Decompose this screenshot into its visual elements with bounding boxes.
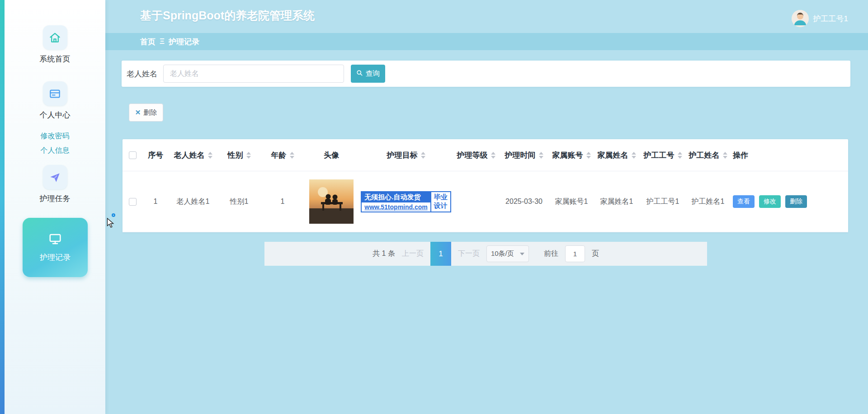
- prev-page-button[interactable]: 上一页: [402, 249, 424, 259]
- sort-caret-icon[interactable]: [246, 152, 251, 159]
- family-name: 家属姓名1: [600, 197, 633, 207]
- sidebar-item-label: 个人中心: [40, 110, 71, 120]
- worker-name: 护工姓名1: [692, 197, 725, 207]
- worker-no: 护工工号1: [646, 197, 679, 207]
- sidebar-accent-strip: [0, 0, 5, 414]
- jump-page-input[interactable]: [565, 245, 585, 262]
- user-name: 护工工号1: [813, 14, 848, 24]
- user-box[interactable]: 护工工号1: [792, 10, 848, 27]
- breadcrumb: 首页 Ξ 护理记录: [105, 33, 868, 50]
- search-input[interactable]: [163, 65, 344, 83]
- sort-caret-icon[interactable]: [421, 152, 425, 159]
- column-header: 护工工号: [644, 150, 675, 160]
- column-header: 护理目标: [387, 150, 418, 160]
- sidebar-item-nursing-task[interactable]: 护理任务: [5, 165, 105, 204]
- sidebar-item-label: 系统首页: [40, 54, 71, 64]
- sidebar-item-nursing-record-active[interactable]: 护理记录: [23, 218, 88, 277]
- elder-name: 老人姓名1: [177, 197, 210, 207]
- page-title: 基于SpringBoot的养老院管理系统: [140, 8, 315, 23]
- breadcrumb-home[interactable]: 首页: [140, 37, 156, 47]
- edit-button[interactable]: 修改: [759, 195, 781, 208]
- sort-caret-icon[interactable]: [723, 152, 727, 159]
- close-icon: ✕: [135, 108, 141, 117]
- column-header: 老人姓名: [174, 150, 205, 160]
- sidebar-link-personal-info[interactable]: 个人信息: [5, 146, 105, 155]
- family-account: 家属账号1: [555, 197, 588, 207]
- page-number-active[interactable]: 1: [430, 242, 451, 266]
- search-bar: 老人姓名 查询: [122, 61, 850, 87]
- query-button-label: 查询: [366, 69, 380, 79]
- chevron-down-icon: [520, 253, 524, 255]
- column-header: 操作: [733, 150, 748, 160]
- task-icon: [43, 165, 67, 189]
- home-icon: [43, 25, 67, 50]
- watermark-url: www.51topmind.com: [362, 202, 430, 212]
- delete-button[interactable]: ✕ 删除: [129, 104, 163, 122]
- page-size-select[interactable]: 10条/页: [486, 245, 529, 262]
- monitor-icon: [48, 232, 62, 248]
- sort-caret-icon[interactable]: [632, 152, 636, 159]
- sort-caret-icon[interactable]: [491, 152, 495, 159]
- sort-caret-icon[interactable]: [586, 152, 591, 159]
- row-delete-button[interactable]: 删除: [785, 195, 807, 208]
- sidebar: 系统首页 个人中心 修改密码 个人信息 护理任务: [5, 0, 105, 414]
- sidebar-link-change-password[interactable]: 修改密码: [5, 132, 105, 141]
- pagination-bar: 共 1 条 上一页 1 下一页 10条/页 前往 页: [264, 242, 707, 266]
- row-checkbox[interactable]: [129, 198, 137, 206]
- sort-caret-icon[interactable]: [539, 152, 543, 159]
- sort-caret-icon[interactable]: [208, 152, 212, 159]
- elder-age: 1: [281, 198, 285, 206]
- mouse-cursor: [106, 212, 124, 231]
- breadcrumb-separator-icon: Ξ: [160, 37, 165, 46]
- watermark-badge: 毕业 设计: [430, 192, 450, 212]
- sidebar-item-label: 护理记录: [40, 252, 71, 263]
- sidebar-item-system-home[interactable]: 系统首页: [5, 25, 105, 64]
- search-label: 老人姓名: [127, 69, 157, 79]
- sidebar-item-label: 护理任务: [40, 193, 71, 204]
- sidebar-item-personal-center[interactable]: 个人中心: [5, 81, 105, 120]
- row-index: 1: [154, 198, 158, 206]
- column-header: 年龄: [271, 150, 287, 160]
- view-button[interactable]: 查看: [733, 195, 755, 208]
- jump-prefix: 前往: [544, 249, 558, 259]
- search-icon: [356, 70, 363, 78]
- watermark-line1: 无须担心.自动发货: [362, 192, 430, 202]
- user-avatar: [792, 10, 809, 27]
- select-all-checkbox[interactable]: [129, 151, 137, 159]
- column-header: 护理时间: [505, 150, 536, 160]
- column-header: 护工姓名: [689, 150, 720, 160]
- column-header: 性别: [228, 150, 243, 160]
- sort-caret-icon[interactable]: [678, 152, 682, 159]
- records-table: 序号 老人姓名 性别 年龄 头像 护理目标 护理等级 护理时间 家属账号 家属姓…: [123, 139, 848, 232]
- app-window: 系统首页 个人中心 修改密码 个人信息 护理任务: [0, 0, 868, 414]
- loading-dot-icon: [112, 213, 115, 217]
- column-header: 护理等级: [457, 150, 488, 160]
- query-button[interactable]: 查询: [351, 65, 385, 83]
- elder-avatar-photo[interactable]: [309, 179, 354, 224]
- id-card-icon: [43, 81, 67, 106]
- care-time: 2025-03-30: [505, 198, 542, 206]
- column-header: 家属账号: [552, 150, 583, 160]
- column-header: 家属姓名: [598, 150, 628, 160]
- table-header-row: 序号 老人姓名 性别 年龄 头像 护理目标 护理等级 护理时间 家属账号 家属姓…: [123, 139, 848, 171]
- sort-caret-icon[interactable]: [290, 152, 294, 159]
- column-header: 序号: [148, 150, 163, 160]
- elder-gender: 性别1: [230, 197, 249, 207]
- breadcrumb-current: 护理记录: [169, 37, 199, 47]
- care-goal-watermark: 无须担心.自动发货 www.51topmind.com 毕业 设计: [361, 191, 451, 212]
- jump-suffix: 页: [592, 249, 599, 259]
- page-size-value: 10条/页: [491, 249, 514, 258]
- next-page-button[interactable]: 下一页: [458, 249, 480, 259]
- pagination-total: 共 1 条: [373, 249, 395, 259]
- delete-button-label: 删除: [143, 108, 157, 117]
- table-row: 1 老人姓名1 性别1 1: [123, 171, 848, 232]
- column-header: 头像: [324, 150, 339, 160]
